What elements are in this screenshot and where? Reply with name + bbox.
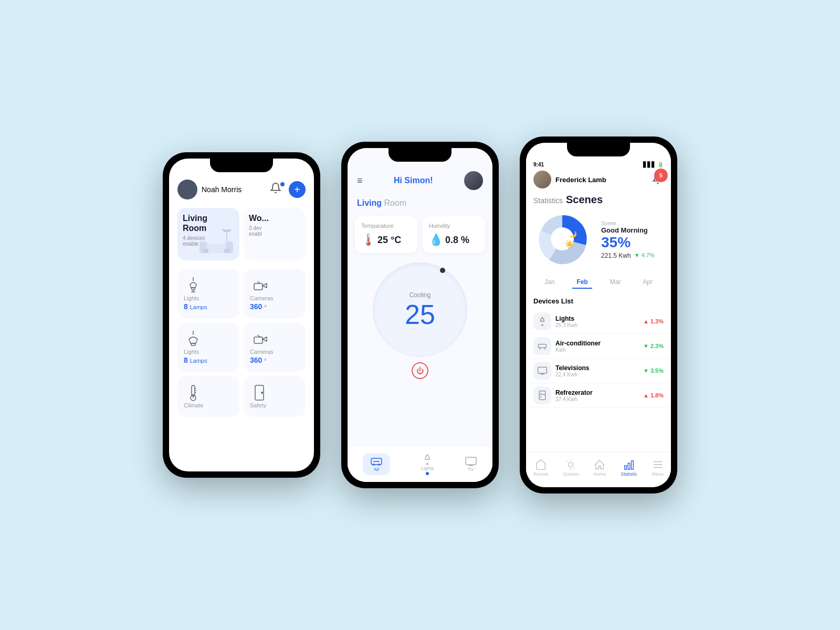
thermostat-value: 25 [405, 301, 435, 328]
month-feb[interactable]: Feb [572, 276, 592, 289]
notch-1 [210, 159, 273, 172]
device-card-lights-2[interactable]: Lights 8 Lamps [177, 322, 239, 372]
lights-device-info: Lights 25.3 Kwh [555, 315, 643, 328]
temp-icon: 🌡️ [361, 233, 375, 247]
thermometer-icon [184, 383, 203, 402]
device-card-cameras-2[interactable]: Cameras 360 ° [244, 322, 306, 372]
p2-greeting: Hi Simon! [394, 176, 433, 185]
nav-tv[interactable]: TV [465, 456, 477, 472]
tv-name: Televisions [555, 364, 643, 372]
svg-rect-59 [625, 465, 627, 469]
add-button[interactable]: + [289, 181, 306, 198]
nav-rooms[interactable]: Rooms [533, 459, 549, 477]
p1-device-grid: Lights 8 Lamps Cameras 360 ° [177, 269, 306, 417]
nav-lights-label: Lights [421, 466, 434, 471]
bell-button[interactable] [270, 182, 285, 197]
chart-trend: ▼ 4.7% [634, 252, 655, 258]
lights-name: Lights [555, 315, 643, 322]
nav-home-label: Home [593, 471, 606, 477]
nav-scenes[interactable]: Scenes [563, 459, 579, 477]
lights-change: ▲ 1.3% [643, 318, 664, 324]
p3-months: Jan Feb Mar Apr [526, 274, 671, 291]
nav-statistic[interactable]: Statistic [621, 459, 637, 477]
svg-rect-5 [203, 249, 208, 253]
p1-rooms: LivingRoom 4 devicesenable [177, 208, 306, 260]
status-bar: 9:41 ▋▋▋ 🔋 [526, 159, 671, 167]
stat-humidity[interactable]: Humdity 💧 0.8 % [423, 216, 485, 253]
month-jan[interactable]: Jan [540, 276, 559, 289]
fridge-device-info: Refrezerator 37.4 Kwh [555, 389, 643, 402]
fridge-kwh: 37.4 Kwh [555, 396, 643, 402]
svg-rect-6 [224, 249, 229, 253]
tv-kwh: 22.4 Kwh [555, 372, 643, 377]
stat-temperature[interactable]: Temparature 🌡️ 25 °C [355, 216, 417, 253]
thermostat-dial-wrapper[interactable]: Cooling 25 [373, 262, 467, 357]
svg-rect-35 [466, 457, 476, 465]
phone-2: ≡ Hi Simon! Living Room Temparature 🌡️ [341, 142, 499, 488]
svg-rect-16 [191, 343, 195, 345]
device-card-lights-1[interactable]: Lights 8 Lamps [177, 269, 239, 318]
nav-rooms-label: Rooms [533, 471, 549, 477]
statistics-label: Statistics [533, 196, 563, 205]
temp-label: Temparature [361, 223, 411, 229]
room-devices-wo: 3 devenabl [249, 225, 300, 237]
devices-list-label: Devices List [526, 295, 671, 307]
device-card-climate[interactable]: Climate [177, 376, 239, 417]
cooling-label: Cooling [410, 291, 431, 299]
nav-lights[interactable]: Lights [421, 453, 434, 475]
notch-2 [388, 148, 452, 162]
svg-rect-49 [539, 391, 545, 400]
device-row-tv[interactable]: Televisions 22.4 Kwh ▼ 3.5% [526, 359, 671, 383]
month-apr[interactable]: Apr [638, 276, 657, 289]
device-label-lights-2: Lights [184, 349, 199, 355]
device-label-safety: Safety [250, 402, 266, 408]
nav-menu[interactable]: Menu [652, 459, 664, 477]
power-button[interactable]: ⏻ [412, 362, 428, 379]
svg-point-53 [569, 462, 573, 467]
menu-icon[interactable]: ≡ [357, 175, 363, 186]
tv-device-info: Televisions 22.4 Kwh [555, 364, 643, 377]
p1-user-name: Noah Morris [202, 185, 270, 194]
home-icon [594, 459, 605, 470]
fridge-change: ▲ 1.8% [643, 392, 664, 398]
notification-bell[interactable]: 5 [652, 173, 664, 186]
nav-scenes-label: Scenes [563, 471, 579, 477]
svg-point-27 [261, 392, 263, 394]
device-value-lights-1: 8 Lamps [184, 302, 207, 311]
phone-1-screen: Noah Morris + LivingRoom 4 devicesen [169, 159, 314, 471]
device-row-fridge[interactable]: Refrezerator 37.4 Kwh ▲ 1.8% [526, 383, 671, 408]
notification-badge: 5 [654, 169, 668, 182]
phone-2-screen: ≡ Hi Simon! Living Room Temparature 🌡️ [348, 148, 492, 482]
device-card-cameras-1[interactable]: Cameras 360 ° [244, 269, 306, 318]
room-inactive: Room [384, 198, 407, 207]
scenes-label: Scenes [566, 194, 603, 206]
nav-air-label: Air [374, 467, 380, 472]
month-mar[interactable]: Mar [606, 276, 625, 289]
room-card-wo[interactable]: Wo... 3 devenabl [244, 208, 306, 260]
svg-marker-58 [595, 460, 604, 469]
device-card-safety[interactable]: Safety [244, 376, 306, 417]
ac-name: Air-conditioner [555, 340, 643, 347]
device-row-lights[interactable]: Lights 25.3 Kwh ▲ 1.3% [526, 309, 671, 334]
nav-home[interactable]: Home [593, 459, 606, 477]
phone-1: Noah Morris + LivingRoom 4 devicesen [163, 152, 320, 478]
room-name-wo: Wo... [249, 213, 300, 223]
device-row-ac[interactable]: Air-conditioner Kwh ▼ 2.3% [526, 334, 671, 359]
tv-change: ▼ 3.5% [643, 368, 664, 374]
scene-label: Scene [601, 220, 664, 226]
humidity-icon: 💧 [429, 233, 443, 247]
svg-rect-61 [631, 460, 633, 469]
nav-air[interactable]: Air [363, 453, 390, 475]
humidity-label: Humdity [429, 223, 479, 229]
p1-avatar [177, 180, 197, 200]
camera-icon-1 [250, 276, 269, 295]
p3-avatar [533, 171, 551, 188]
temp-value: 25 °C [377, 235, 401, 246]
room-active[interactable]: Living [357, 198, 384, 207]
room-card-living[interactable]: LivingRoom 4 devicesenable [177, 208, 239, 260]
lamp-icon-2 [184, 330, 203, 349]
fridge-icon-list [537, 390, 548, 401]
svg-rect-60 [628, 463, 630, 469]
humidity-value: 0.8 % [445, 235, 469, 246]
nav-menu-label: Menu [652, 471, 664, 477]
